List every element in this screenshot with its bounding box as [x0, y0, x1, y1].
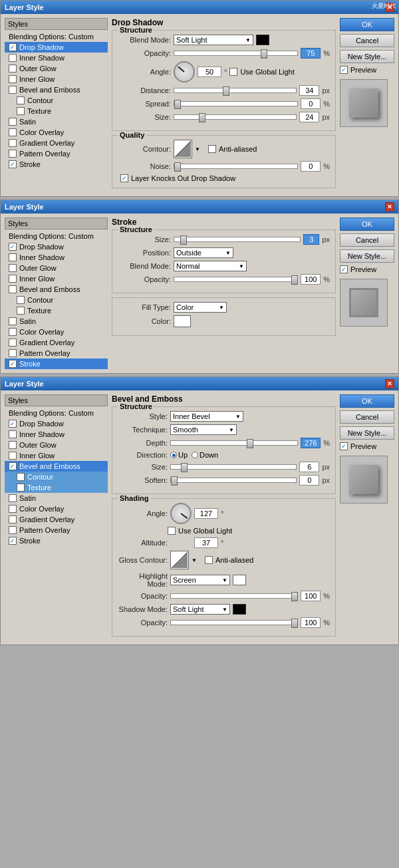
shading-angle-input[interactable]: 127	[194, 508, 218, 519]
highlight-opacity-thumb[interactable]	[291, 592, 298, 601]
angle-dial[interactable]	[174, 61, 195, 82]
panel2-outer-glow[interactable]: Outer Glow	[5, 263, 108, 273]
p3-stroke-cb[interactable]	[9, 537, 17, 545]
p3-gradient-overlay-cb[interactable]	[9, 515, 17, 523]
highlight-mode-dropdown[interactable]: Screen ▼	[170, 575, 230, 585]
sidebar-color-overlay[interactable]: Color Overlay	[5, 127, 108, 138]
panel3-preview-checkbox[interactable]	[340, 442, 348, 450]
panel3-blending-options[interactable]: Blending Options: Custom	[5, 408, 108, 418]
gloss-contour-thumb[interactable]	[170, 551, 189, 569]
direction-down-radio[interactable]	[192, 452, 198, 458]
panel3-inner-shadow[interactable]: Inner Shadow	[5, 429, 108, 440]
panel3-texture[interactable]: Texture	[5, 482, 108, 493]
altitude-input[interactable]: 37	[194, 537, 218, 548]
inner-shadow-checkbox[interactable]	[9, 54, 17, 62]
shading-angle-dial[interactable]	[170, 503, 192, 524]
panel3-ok-button[interactable]: OK	[340, 394, 394, 408]
stroke-checkbox[interactable]	[9, 160, 17, 168]
panel2-texture[interactable]: Texture	[5, 305, 108, 316]
panel2-color-overlay[interactable]: Color Overlay	[5, 327, 108, 337]
panel3-stroke[interactable]: Stroke	[5, 535, 108, 546]
opacity-slider-thumb[interactable]	[261, 49, 267, 59]
panel2-inner-glow[interactable]: Inner Glow	[5, 273, 108, 284]
inner-glow-checkbox[interactable]	[9, 75, 17, 83]
sidebar-satin[interactable]: Satin	[5, 116, 108, 127]
p2-stroke-cb[interactable]	[9, 360, 17, 368]
panel3-gradient-overlay[interactable]: Gradient Overlay	[5, 514, 108, 525]
shadow-opacity-track[interactable]	[170, 620, 298, 625]
anti-aliased-checkbox[interactable]	[208, 145, 216, 153]
p2-drop-shadow-cb[interactable]	[9, 243, 17, 251]
panel2-blending-options[interactable]: Blending Options: Custom	[5, 231, 108, 241]
panel2-pattern-overlay[interactable]: Pattern Overlay	[5, 348, 108, 359]
opacity-input[interactable]: 75	[301, 48, 321, 59]
panel2-inner-shadow[interactable]: Inner Shadow	[5, 252, 108, 263]
stroke-opacity-thumb[interactable]	[291, 275, 298, 285]
blend-mode-dropdown[interactable]: Soft Light ▼	[174, 35, 253, 45]
soften-track[interactable]	[170, 478, 297, 483]
spread-input[interactable]: 0	[301, 98, 321, 109]
p2-gradient-overlay-cb[interactable]	[9, 339, 17, 347]
contour-checkbox[interactable]	[17, 96, 25, 104]
panel3-new-style-button[interactable]: New Style...	[340, 426, 394, 440]
sidebar-inner-glow[interactable]: Inner Glow	[5, 74, 108, 84]
gradient-overlay-checkbox[interactable]	[9, 139, 17, 147]
distance-slider-thumb[interactable]	[223, 86, 229, 96]
p3-texture-cb[interactable]	[17, 484, 25, 492]
technique-dropdown[interactable]: Smooth ▼	[170, 424, 237, 435]
stroke-blend-dropdown[interactable]: Normal ▼	[174, 261, 247, 271]
stroke-position-dropdown[interactable]: Outside ▼	[174, 247, 233, 258]
depth-slider-thumb[interactable]	[247, 439, 253, 448]
panel3-drop-shadow[interactable]: Drop Shadow	[5, 418, 108, 429]
bevel-emboss-checkbox[interactable]	[9, 86, 17, 94]
sidebar-bevel-emboss[interactable]: Bevel and Emboss	[5, 84, 108, 95]
shadow-opacity-thumb[interactable]	[291, 619, 298, 628]
shadow-opacity-input[interactable]: 100	[301, 617, 321, 628]
panel3-satin[interactable]: Satin	[5, 493, 108, 504]
depth-input[interactable]: 276	[301, 438, 321, 448]
panel2-contour[interactable]: Contour	[5, 295, 108, 305]
stroke-size-input[interactable]: 3	[303, 234, 319, 245]
panel3-inner-glow[interactable]: Inner Glow	[5, 450, 108, 461]
p2-outer-glow-cb[interactable]	[9, 264, 17, 272]
noise-slider-track[interactable]	[174, 164, 298, 169]
blend-mode-color-swatch[interactable]	[256, 35, 269, 45]
noise-input[interactable]: 0	[301, 161, 321, 172]
fill-color-swatch[interactable]	[174, 315, 191, 327]
p2-bevel-emboss-cb[interactable]	[9, 285, 17, 293]
distance-slider-track[interactable]	[174, 88, 297, 93]
panel2-drop-shadow[interactable]: Drop Shadow	[5, 241, 108, 252]
color-overlay-checkbox[interactable]	[9, 128, 17, 136]
sidebar-blending-options[interactable]: Blending Options: Custom	[5, 31, 108, 42]
panel3-color-overlay[interactable]: Color Overlay	[5, 504, 108, 514]
sidebar-pattern-overlay[interactable]: Pattern Overlay	[5, 148, 108, 159]
panel1-ok-button[interactable]: OK	[340, 18, 394, 31]
soften-thumb[interactable]	[171, 476, 178, 486]
satin-checkbox[interactable]	[9, 118, 17, 126]
panel2-gradient-overlay[interactable]: Gradient Overlay	[5, 337, 108, 348]
p3-drop-shadow-cb[interactable]	[9, 420, 17, 428]
panel3-contour[interactable]: Contour	[5, 472, 108, 482]
bevel-style-dropdown[interactable]: Inner Bevel ▼	[170, 411, 243, 422]
global-light2-checkbox[interactable]	[168, 527, 176, 535]
panel2-close-button[interactable]: ✕	[385, 202, 394, 212]
stroke-size-thumb[interactable]	[180, 235, 187, 245]
sidebar-contour[interactable]: Contour	[5, 95, 108, 106]
sidebar-drop-shadow[interactable]: Drop Shadow	[5, 42, 108, 53]
sidebar-gradient-overlay[interactable]: Gradient Overlay	[5, 138, 108, 148]
bevel-size-track[interactable]	[170, 464, 297, 470]
panel1-new-style-button[interactable]: New Style...	[340, 50, 394, 63]
spread-slider-track[interactable]	[174, 101, 298, 106]
panel3-cancel-button[interactable]: Cancel	[340, 410, 394, 424]
p3-satin-cb[interactable]	[9, 494, 17, 502]
panel2-stroke[interactable]: Stroke	[5, 359, 108, 369]
opacity-slider-track[interactable]	[174, 51, 298, 56]
soften-input[interactable]: 0	[299, 475, 319, 486]
p2-contour-cb[interactable]	[17, 296, 25, 304]
panel2-ok-button[interactable]: OK	[340, 217, 394, 231]
highlight-opacity-track[interactable]	[170, 593, 298, 599]
outer-glow-checkbox[interactable]	[9, 65, 17, 72]
bevel-size-thumb[interactable]	[181, 463, 188, 472]
panel3-bevel-emboss[interactable]: Bevel and Emboss	[5, 461, 108, 472]
pattern-overlay-checkbox[interactable]	[9, 150, 17, 158]
